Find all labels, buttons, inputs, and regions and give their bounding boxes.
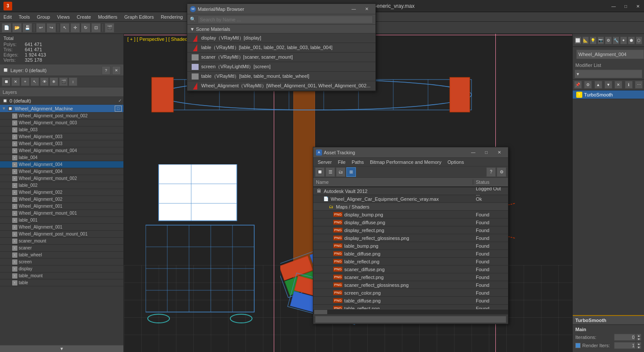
asset-row-file-2[interactable]: PNG display_reflect.png Found xyxy=(313,226,508,234)
right-tool-3[interactable]: 💡 xyxy=(590,37,597,44)
layer-tool-freeze[interactable]: ❄ xyxy=(50,77,58,86)
iterations-value[interactable]: 0 xyxy=(614,334,636,341)
layer-item-machine[interactable]: ▼ 🔲 Wheel_Alignment_Machine □ xyxy=(0,105,123,113)
asset-tool-4[interactable]: ⊞ xyxy=(346,167,356,177)
asset-row-file-3[interactable]: PNG display_reflect_glossiness.png Found xyxy=(313,234,508,242)
layer-tool-move[interactable]: ↕ xyxy=(69,77,77,86)
asset-list[interactable]: 🏛 Autodesk Vault 2012 Logged Out ... 📄 W… xyxy=(313,187,508,309)
asset-tool-2[interactable]: ☰ xyxy=(325,167,335,177)
mod-pin[interactable]: 📌 xyxy=(574,81,582,89)
toolbar-scale[interactable]: ⊡ xyxy=(91,23,101,33)
asset-close[interactable]: ✕ xyxy=(493,146,505,159)
mod-remove[interactable]: ✕ xyxy=(614,81,622,89)
mod-extra[interactable]: ⋯ xyxy=(635,81,643,89)
render-iters-checkbox[interactable] xyxy=(575,343,581,348)
toolbar-redo[interactable]: ↪ xyxy=(46,23,56,33)
menu-tools[interactable]: Tools xyxy=(15,13,33,20)
maximize-button[interactable]: □ xyxy=(620,0,632,12)
layer-tool-select[interactable]: ↖ xyxy=(30,77,39,86)
layer-scroll-down[interactable]: ▼ xyxy=(0,345,123,352)
toolbar-save[interactable]: 💾 xyxy=(23,23,32,33)
menu-edit[interactable]: Edit xyxy=(0,13,15,20)
asset-tool-help[interactable]: ? xyxy=(486,167,496,177)
toolbar-select[interactable]: ↖ xyxy=(60,23,70,33)
mod-info[interactable]: ℹ xyxy=(625,81,633,89)
obj-item-15[interactable]: ▪ lable_001 xyxy=(0,217,123,224)
asset-menu-options[interactable]: Options xyxy=(445,159,467,165)
obj-item-8[interactable]: ▪ Wheel_Alignment_004 xyxy=(0,168,123,175)
obj-item-12[interactable]: ▪ Wheel_Alignment_002 xyxy=(0,196,123,203)
layer-item-default[interactable]: 🔲 0 (default) ✓ xyxy=(0,97,123,105)
right-tool-2[interactable]: 📐 xyxy=(582,37,589,44)
iterations-up[interactable]: ▲ xyxy=(636,334,641,337)
obj-item-14[interactable]: ▪ Wheel_Alignment_mount_001 xyxy=(0,210,123,217)
mat-item-2[interactable]: scaner（VRayMtl）[scaner, scaner_mount] xyxy=(187,53,375,62)
layer-tool-add[interactable]: 🔲 xyxy=(2,77,10,86)
render-iters-down[interactable]: ▼ xyxy=(636,345,641,349)
layer-help-btn[interactable]: ? xyxy=(102,66,110,75)
layer-tool-hide[interactable]: 👁 xyxy=(40,77,49,86)
asset-menu-server[interactable]: Server xyxy=(315,159,334,165)
asset-row-file-11[interactable]: PNG table_diffuse.png Found xyxy=(313,297,508,305)
menu-graph-editors[interactable]: Graph Editors xyxy=(121,13,157,20)
obj-item-4[interactable]: ▪ Wheel_Alignment_003 xyxy=(0,140,123,147)
obj-item-10[interactable]: ▪ lable_002 xyxy=(0,182,123,189)
asset-row-file-9[interactable]: PNG scaner_reflect_glossiness.png Found xyxy=(313,281,508,289)
modifier-dropdown[interactable]: ▾ xyxy=(574,70,642,78)
right-tool-1[interactable]: ⬜ xyxy=(574,37,581,44)
right-tool-5[interactable]: ⚙ xyxy=(605,37,612,44)
right-tool-9[interactable]: ⬡ xyxy=(636,37,643,44)
asset-row-file-0[interactable]: PNG display_bump.png Found xyxy=(313,211,508,219)
render-iters-up[interactable]: ▲ xyxy=(636,342,641,345)
mat-item-4[interactable]: table（VRayMtl）[table, table_mount, table… xyxy=(187,72,375,81)
layer-tool-render[interactable]: 🎬 xyxy=(59,77,68,86)
obj-item-5[interactable]: ▪ Wheel_Alignment_mount_004 xyxy=(0,147,123,154)
mat-item-1[interactable]: lable（VRayMtl）[lable_001, lable_002, lab… xyxy=(187,43,375,53)
right-tool-7[interactable]: ✦ xyxy=(620,37,627,44)
obj-item-1[interactable]: ▪ Wheel_Alignment_mount_003 xyxy=(0,120,123,126)
asset-hscrollbar[interactable] xyxy=(313,309,508,314)
asset-maximize[interactable]: □ xyxy=(480,146,492,159)
asset-menu-paths[interactable]: Paths xyxy=(349,159,366,165)
obj-item-18[interactable]: ▪ scaner_mount xyxy=(0,238,123,245)
iterations-down[interactable]: ▼ xyxy=(636,337,641,341)
object-name-field[interactable] xyxy=(576,50,644,59)
mat-item-0[interactable]: display（VRayMtl）[display] xyxy=(187,33,375,43)
asset-row-file-4[interactable]: PNG lable_bump.png Found xyxy=(313,242,508,250)
material-search-input[interactable] xyxy=(198,16,373,23)
layer-close-btn[interactable]: ✕ xyxy=(112,66,121,75)
toolbar-move[interactable]: ✛ xyxy=(70,23,80,33)
obj-item-11[interactable]: ▪ Wheel_Alignment_002 xyxy=(0,189,123,196)
asset-tool-settings[interactable]: ⚙ xyxy=(497,167,506,177)
toolbar-rotate[interactable]: ↻ xyxy=(81,23,90,33)
asset-row-file-1[interactable]: PNG display_diffuse.png Found xyxy=(313,219,508,226)
right-tool-8[interactable]: ⬟ xyxy=(628,37,635,44)
asset-tool-3[interactable]: 🗂 xyxy=(336,167,345,177)
material-minimize[interactable]: — xyxy=(348,3,360,15)
minimize-button[interactable]: — xyxy=(607,0,620,12)
obj-item-24[interactable]: ▪ table xyxy=(0,279,123,286)
right-tool-4[interactable]: 📷 xyxy=(598,37,604,44)
render-iters-value[interactable]: 1 xyxy=(614,342,636,349)
asset-hscroll-thumb[interactable] xyxy=(314,310,327,314)
material-close[interactable]: ✕ xyxy=(361,3,373,15)
mod-down[interactable]: ▼ xyxy=(604,81,612,89)
obj-item-6[interactable]: ▪ lable_004 xyxy=(0,154,123,161)
asset-row-maps[interactable]: 🗂 Maps / Shaders xyxy=(313,203,508,211)
obj-item-22[interactable]: ▪ display xyxy=(0,266,123,272)
asset-path-input[interactable] xyxy=(315,316,506,323)
asset-row-root[interactable]: 🏛 Autodesk Vault 2012 Logged Out ... xyxy=(313,187,508,195)
asset-minimize[interactable]: — xyxy=(467,146,479,159)
right-tool-6[interactable]: 🔧 xyxy=(613,37,620,44)
toolbar-render[interactable]: 🎬 xyxy=(105,23,114,33)
menu-create[interactable]: Create xyxy=(73,13,94,20)
obj-item-3[interactable]: ▪ Wheel_Alignment_003 xyxy=(0,133,123,140)
asset-row-file-7[interactable]: PNG scaner_diffuse.png Found xyxy=(313,266,508,273)
asset-row-file-10[interactable]: PNG screen_color.png Found xyxy=(313,289,508,297)
mat-item-3[interactable]: screen（VRayLightMtl）[screen] xyxy=(187,62,375,72)
asset-row-file-6[interactable]: PNG lable_reflect.png Found xyxy=(313,258,508,266)
obj-item-23[interactable]: ▪ table_mount xyxy=(0,272,123,279)
asset-menu-file[interactable]: File xyxy=(335,159,348,165)
asset-menu-bitmap[interactable]: Bitmap Performance and Memory xyxy=(367,159,444,165)
menu-rendering[interactable]: Rendering xyxy=(157,13,186,20)
